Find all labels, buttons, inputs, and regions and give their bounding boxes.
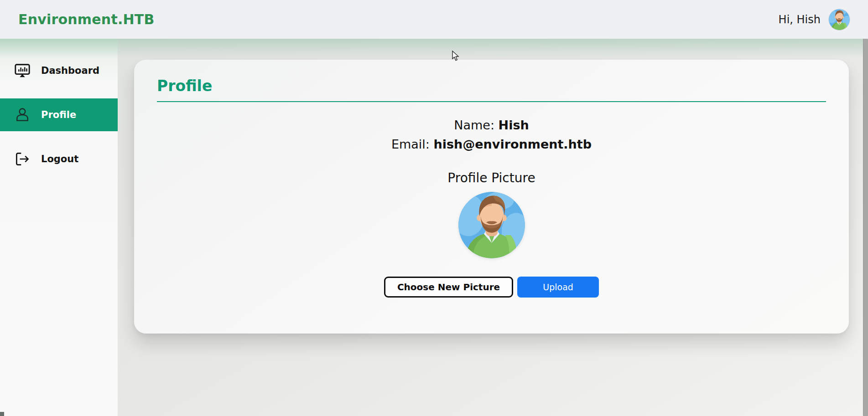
logout-icon xyxy=(14,150,31,168)
name-label: Name: xyxy=(454,118,494,132)
avatar-illustration xyxy=(458,192,525,258)
sidebar-item-label: Profile xyxy=(41,109,76,120)
profile-info: Name: Hish Email: hish@environment.htb xyxy=(157,116,826,154)
sidebar-item-dashboard[interactable]: Dashboard xyxy=(0,54,118,87)
vertical-scrollbar-track[interactable] xyxy=(863,39,868,416)
header-user-area: Hi, Hish xyxy=(779,9,850,30)
corner-artifact xyxy=(0,412,4,416)
title-divider xyxy=(157,101,826,102)
name-value: Hish xyxy=(499,118,529,132)
picture-actions: Choose New Picture Upload xyxy=(157,277,826,298)
user-greeting: Hi, Hish xyxy=(779,13,821,26)
main-content-area: Profile Name: Hish Email: hish@environme… xyxy=(118,39,868,416)
email-label: Email: xyxy=(391,137,430,151)
user-icon xyxy=(14,106,31,123)
page-title: Profile xyxy=(157,77,826,95)
avatar-illustration xyxy=(829,9,850,30)
sidebar-item-label: Dashboard xyxy=(41,65,99,76)
dashboard-monitor-chart-icon xyxy=(14,62,31,79)
email-value: hish@environment.htb xyxy=(434,137,592,151)
sidebar-item-profile[interactable]: Profile xyxy=(0,98,118,131)
upload-button[interactable]: Upload xyxy=(517,277,599,298)
sidebar-nav: Dashboard Profile Logout xyxy=(0,39,118,416)
profile-card: Profile Name: Hish Email: hish@environme… xyxy=(134,60,849,334)
email-line: Email: hish@environment.htb xyxy=(157,135,826,154)
app-brand: Environment.HTB xyxy=(18,11,155,27)
name-line: Name: Hish xyxy=(157,116,826,135)
header-avatar[interactable] xyxy=(829,9,850,30)
sidebar-item-logout[interactable]: Logout xyxy=(0,143,118,175)
sidebar-item-label: Logout xyxy=(41,154,78,164)
vertical-scrollbar-thumb[interactable] xyxy=(863,39,868,416)
choose-new-picture-button[interactable]: Choose New Picture xyxy=(384,277,513,298)
top-header: Environment.HTB Hi, Hish xyxy=(0,0,868,39)
profile-picture-label: Profile Picture xyxy=(157,170,826,185)
profile-picture xyxy=(458,192,525,258)
